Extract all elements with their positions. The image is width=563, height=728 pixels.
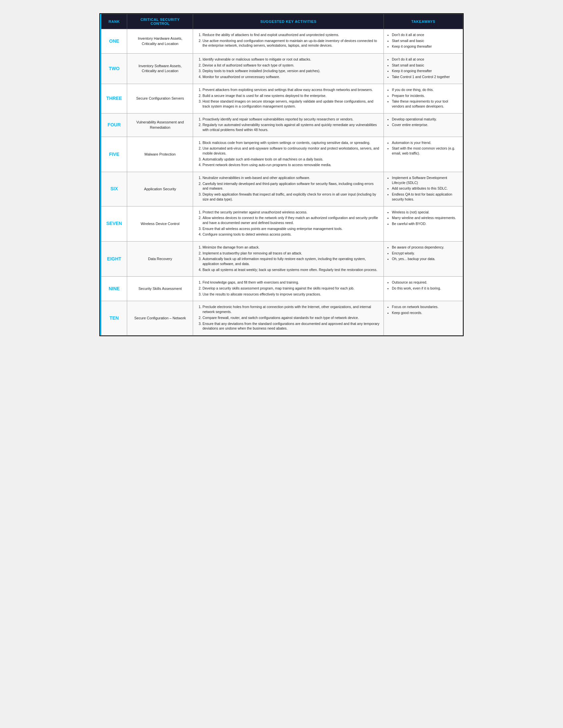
rank-cell-eight: EIGHT	[101, 241, 127, 276]
activities-cell-eight: Minimize the damage from an attack.Imple…	[193, 241, 384, 276]
takeaway-item: Automation is your friend.	[392, 140, 459, 145]
takeaway-item: Wireless is (not) special.	[392, 210, 459, 215]
activity-item: Preclude electronic holes from forming a…	[202, 304, 380, 314]
takeaway-item: Keep it ongoing thereafter	[392, 68, 459, 73]
activity-item: Use the results to allocate resources ef…	[202, 292, 380, 297]
table-row: THREESecure Configuration ServersPrevent…	[101, 84, 463, 113]
takeaway-item: Do this work, even if it is boring.	[392, 286, 459, 291]
takeaway-item: If you do one thing, do this.	[392, 87, 459, 92]
control-cell-seven: Wireless Device Control	[127, 206, 193, 241]
takeaway-item: Take Control 1 and Control 2 together	[392, 74, 459, 79]
table-row: TWOInventory Software Assets,Criticality…	[101, 54, 463, 84]
rank-cell-ten: TEN	[101, 301, 127, 335]
activities-cell-nine: Find knowledge gaps, and fill them with …	[193, 277, 384, 301]
rank-cell-one: ONE	[101, 29, 127, 54]
activity-item: Develop a security skills assessment pro…	[202, 286, 380, 291]
activity-item: Use active monitoring and configuration …	[202, 38, 380, 48]
control-cell-two: Inventory Software Assets,Criticality an…	[127, 54, 193, 84]
activity-item: Automatically back up all information re…	[202, 256, 380, 266]
rank-cell-two: TWO	[101, 54, 127, 84]
takeaways-cell-three: If you do one thing, do this.Prepare for…	[384, 84, 463, 113]
takeaway-item: Be aware of process dependency.	[392, 245, 459, 250]
takeaway-item: Encrypt wisely.	[392, 251, 459, 256]
takeaway-item: Don't do it all at once	[392, 32, 459, 37]
activities-cell-six: Neutralize vulnerabilities in web-based …	[193, 172, 384, 206]
col-header-rank: RANK	[101, 14, 127, 29]
takeaway-item: Endless QA to test for basic application…	[392, 192, 459, 202]
activity-item: Configure scanning tools to detect wirel…	[202, 232, 380, 237]
col-header-activities: SUGGESTED KEY ACTIVITIES	[193, 14, 384, 29]
activity-item: Ensure that all wireless access points a…	[202, 226, 380, 231]
takeaway-item: Keep good records.	[392, 310, 459, 315]
control-cell-five: Malware Protection	[127, 137, 193, 172]
table-row: FOURVulnerability Assessment andRemediat…	[101, 113, 463, 137]
main-table-container: RANK CRITICAL SECURITYCONTROL SUGGESTED …	[99, 13, 464, 336]
activity-item: Minimize the damage from an attack.	[202, 245, 380, 250]
col-header-control: CRITICAL SECURITYCONTROL	[127, 14, 193, 29]
table-row: ONEInventory Hardware Assets,Criticality…	[101, 29, 463, 54]
activity-item: Find knowledge gaps, and fill them with …	[202, 280, 380, 285]
activity-item: Devise a list of authorized software for…	[202, 63, 380, 68]
takeaways-cell-nine: Outsource as required.Do this work, even…	[384, 277, 463, 301]
activities-cell-four: Proactively identify and repair software…	[193, 113, 384, 137]
rank-cell-four: FOUR	[101, 113, 127, 137]
activity-item: Regularly run automated vulnerability sc…	[202, 122, 380, 132]
activity-item: Deploy web application firewalls that in…	[202, 192, 380, 202]
takeaway-item: Be careful with BYOD.	[392, 221, 459, 226]
activity-item: Host these standard images on secure sto…	[202, 99, 380, 109]
activity-item: Automatically update such anti-malware t…	[202, 157, 380, 162]
activities-cell-two: Identify vulnerable or malicious softwar…	[193, 54, 384, 84]
takeaway-item: Start with the most common vectors (e.g.…	[392, 146, 459, 156]
control-cell-four: Vulnerability Assessment andRemediation	[127, 113, 193, 137]
rank-cell-six: SIX	[101, 172, 127, 206]
rank-cell-five: FIVE	[101, 137, 127, 172]
table-body: ONEInventory Hardware Assets,Criticality…	[101, 29, 463, 336]
security-controls-table: RANK CRITICAL SECURITYCONTROL SUGGESTED …	[100, 14, 463, 336]
activity-item: Prevent network devices from using auto-…	[202, 162, 380, 167]
takeaway-item: Start small and basic	[392, 38, 459, 43]
table-header-row: RANK CRITICAL SECURITYCONTROL SUGGESTED …	[101, 14, 463, 29]
takeaway-item: Add security attributes to this SDLC.	[392, 186, 459, 191]
takeaways-cell-five: Automation is your friend.Start with the…	[384, 137, 463, 172]
takeaway-item: Cover entire enterprise.	[392, 122, 459, 127]
rank-cell-nine: NINE	[101, 277, 127, 301]
activity-item: Protect the security perimeter against u…	[202, 210, 380, 215]
activity-item: Identify vulnerable or malicious softwar…	[202, 57, 380, 62]
activity-item: Build a secure image that is used for al…	[202, 93, 380, 98]
control-cell-three: Secure Configuration Servers	[127, 84, 193, 113]
takeaway-item: Keep it ongoing thereafter	[392, 44, 459, 49]
takeaway-item: Oh, yes... backup your data.	[392, 256, 459, 261]
takeaway-item: Don't do it all at once	[392, 57, 459, 62]
takeaways-cell-two: Don't do it all at onceStart small and b…	[384, 54, 463, 84]
takeaways-cell-seven: Wireless is (not) special.Marry wireline…	[384, 206, 463, 241]
takeaways-cell-ten: Focus on network boundaries.Keep good re…	[384, 301, 463, 335]
control-cell-one: Inventory Hardware Assets,Criticality an…	[127, 29, 193, 54]
takeaways-cell-one: Don't do it all at onceStart small and b…	[384, 29, 463, 54]
takeaway-item: Develop operational maturity.	[392, 117, 459, 122]
takeaways-cell-four: Develop operational maturity.Cover entir…	[384, 113, 463, 137]
control-cell-eight: Data Recovery	[127, 241, 193, 276]
col-header-takeaways: TAKEAWAYS	[384, 14, 463, 29]
rank-cell-three: THREE	[101, 84, 127, 113]
table-row: TENSecure Configuration – NetworkPreclud…	[101, 301, 463, 335]
activity-item: Prevent attackers from exploiting servic…	[202, 87, 380, 92]
activity-item: Back up all systems at least weekly; bac…	[202, 267, 380, 272]
activity-item: Compare firewall, router, and switch con…	[202, 315, 380, 320]
takeaways-cell-eight: Be aware of process dependency.Encrypt w…	[384, 241, 463, 276]
control-cell-six: Application Security	[127, 172, 193, 206]
takeaway-item: Take these requirements to your tool ven…	[392, 99, 459, 109]
takeaway-item: Implement a Software Development Lifecyc…	[392, 175, 459, 185]
activities-cell-five: Block malicious code from tampering with…	[193, 137, 384, 172]
activity-item: Deploy tools to track software installed…	[202, 68, 380, 73]
activity-item: Use automated anti-virus and anti-spywar…	[202, 146, 380, 156]
table-row: NINESecurity Skills AssessmentFind knowl…	[101, 277, 463, 301]
activity-item: Allow wireless devices to connect to the…	[202, 215, 380, 225]
takeaway-item: Outsource as required.	[392, 280, 459, 285]
takeaway-item: Marry wireline and wireless requirements…	[392, 215, 459, 220]
activities-cell-seven: Protect the security perimeter against u…	[193, 206, 384, 241]
activity-item: Monitor for unauthorized or unnecessary …	[202, 74, 380, 79]
control-cell-ten: Secure Configuration – Network	[127, 301, 193, 335]
activity-item: Implement a trustworthy plan for removin…	[202, 251, 380, 256]
activities-cell-one: Reduce the ability of attackers to find …	[193, 29, 384, 54]
activity-item: Neutralize vulnerabilities in web-based …	[202, 175, 380, 180]
